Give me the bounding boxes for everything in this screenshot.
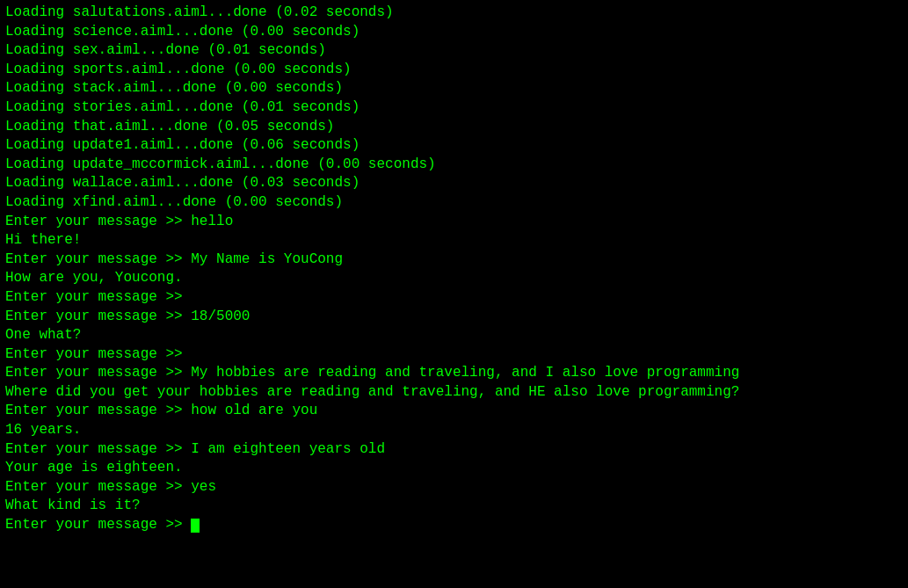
terminal-line: Loading sports.aiml...done (0.00 seconds…	[5, 61, 903, 80]
terminal-line: Loading salutations.aiml...done (0.02 se…	[5, 4, 903, 23]
terminal-line: Hi there!	[5, 231, 903, 250]
terminal-line: Enter your message >> hello	[5, 213, 903, 232]
terminal-line: How are you, Youcong.	[5, 269, 903, 288]
terminal-line: One what?	[5, 326, 903, 345]
terminal-line: Enter your message >> My hobbies are rea…	[5, 364, 903, 383]
terminal-line: Loading sex.aiml...done (0.01 seconds)	[5, 41, 903, 61]
terminal-line: Where did you get your hobbies are readi…	[5, 383, 903, 403]
terminal-cursor	[191, 519, 200, 533]
terminal-line: Loading update_mccormick.aiml...done (0.…	[5, 156, 903, 175]
terminal-line: Your age is eighteen.	[5, 459, 903, 478]
terminal-line: Loading update1.aiml...done (0.06 second…	[5, 136, 903, 156]
terminal-line: Enter your message >>	[5, 516, 903, 535]
terminal-line: 16 years.	[5, 421, 903, 440]
terminal-line: Enter your message >> how old are you	[5, 402, 903, 421]
terminal-line: Loading stack.aiml...done (0.00 seconds)	[5, 79, 903, 98]
terminal-line: Loading wallace.aiml...done (0.03 second…	[5, 174, 903, 193]
terminal-line: Loading science.aiml...done (0.00 second…	[5, 23, 903, 42]
terminal-line: Enter your message >> I am eighteen year…	[5, 440, 903, 460]
terminal-window: Loading salutations.aiml...done (0.02 se…	[0, 0, 908, 588]
terminal-line: Enter your message >> My Name is YouCong	[5, 250, 903, 270]
terminal-line: What kind is it?	[5, 497, 903, 516]
terminal-line: Enter your message >> yes	[5, 478, 903, 497]
terminal-line: Loading xfind.aiml...done (0.00 seconds)	[5, 193, 903, 213]
terminal-line: Enter your message >>	[5, 345, 903, 365]
terminal-line: Loading stories.aiml...done (0.01 second…	[5, 98, 903, 118]
terminal-line: Enter your message >>	[5, 288, 903, 308]
terminal-line: Loading that.aiml...done (0.05 seconds)	[5, 118, 903, 137]
terminal-line: Enter your message >> 18/5000	[5, 308, 903, 327]
